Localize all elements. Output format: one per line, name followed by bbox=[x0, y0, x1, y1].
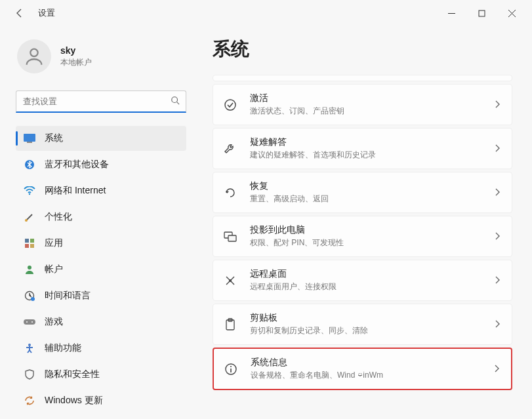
card-title: 剪贴板 bbox=[250, 312, 483, 324]
back-button[interactable] bbox=[13, 7, 26, 20]
svg-point-7 bbox=[25, 219, 28, 222]
nav-item-system[interactable]: 系统 bbox=[16, 126, 186, 151]
time-icon bbox=[24, 290, 35, 302]
recovery-icon bbox=[222, 185, 238, 201]
nav-item-privacy[interactable]: 隐私和安全性 bbox=[16, 362, 186, 387]
window-title: 设置 bbox=[38, 7, 55, 19]
wifi-icon bbox=[24, 185, 35, 197]
chevron-right-icon bbox=[495, 99, 500, 111]
nav-label: 蓝牙和其他设备 bbox=[45, 159, 109, 170]
update-icon bbox=[24, 395, 35, 407]
about-icon bbox=[223, 361, 239, 377]
nav-label: Windows 更新 bbox=[45, 395, 103, 407]
nav-item-personalization[interactable]: 个性化 bbox=[16, 205, 186, 229]
nav-item-accounts[interactable]: 帐户 bbox=[16, 257, 186, 282]
profile[interactable]: sky 本地帐户 bbox=[16, 39, 186, 73]
maximize-icon bbox=[478, 10, 485, 17]
brush-icon bbox=[24, 211, 35, 223]
card-sub: 设备规格、重命名电脑、WindမinWm bbox=[251, 370, 482, 381]
nav-item-time[interactable]: 时间和语言 bbox=[16, 283, 186, 308]
chevron-right-icon bbox=[494, 363, 499, 375]
svg-point-19 bbox=[225, 100, 235, 110]
nav-list: 系统 蓝牙和其他设备 网络和 Internet 个性化 应用 帐户 bbox=[16, 126, 186, 413]
svg-rect-8 bbox=[25, 239, 29, 243]
nav-label: 时间和语言 bbox=[45, 290, 91, 302]
sidebar: sky 本地帐户 系统 蓝牙和其他设备 网络和 Internet bbox=[0, 26, 197, 419]
card-sub: 权限、配对 PIN、可发现性 bbox=[250, 237, 483, 249]
person-icon bbox=[23, 45, 45, 68]
minimize-button[interactable] bbox=[436, 3, 466, 24]
chevron-right-icon bbox=[495, 275, 500, 287]
card-about[interactable]: 系统信息设备规格、重命名电脑、WindမinWm bbox=[213, 348, 512, 390]
avatar bbox=[17, 39, 51, 73]
card-activation[interactable]: 激活激活状态、订阅、产品密钥 bbox=[213, 84, 512, 125]
nav-label: 网络和 Internet bbox=[45, 185, 106, 197]
card-project[interactable]: 投影到此电脑权限、配对 PIN、可发现性 bbox=[213, 216, 512, 257]
card-title: 投影到此电脑 bbox=[250, 224, 483, 236]
svg-point-22 bbox=[229, 279, 232, 282]
svg-point-1 bbox=[30, 49, 37, 56]
nav-item-bluetooth[interactable]: 蓝牙和其他设备 bbox=[16, 152, 186, 177]
card-title: 系统信息 bbox=[251, 357, 482, 369]
nav-label: 应用 bbox=[45, 237, 63, 249]
page-title: 系统 bbox=[213, 37, 512, 62]
svg-point-17 bbox=[31, 321, 33, 323]
svg-rect-3 bbox=[24, 134, 35, 142]
nav-item-network[interactable]: 网络和 Internet bbox=[16, 178, 186, 203]
search-input[interactable] bbox=[16, 90, 186, 113]
card-sub: 剪切和复制历史记录、同步、清除 bbox=[250, 325, 483, 336]
card-title: 恢复 bbox=[250, 180, 483, 192]
profile-sub: 本地帐户 bbox=[60, 57, 92, 68]
close-button[interactable] bbox=[497, 3, 527, 24]
nav-label: 游戏 bbox=[45, 316, 63, 328]
maximize-button[interactable] bbox=[466, 3, 497, 24]
system-icon bbox=[24, 132, 35, 144]
nav-label: 辅助功能 bbox=[45, 342, 81, 354]
activation-icon bbox=[222, 97, 238, 113]
chevron-right-icon bbox=[495, 231, 500, 243]
card-peek[interactable] bbox=[213, 75, 512, 81]
card-title: 远程桌面 bbox=[250, 268, 483, 280]
account-icon bbox=[24, 264, 35, 275]
svg-point-14 bbox=[31, 297, 35, 301]
chevron-right-icon bbox=[495, 143, 500, 155]
chevron-right-icon bbox=[495, 187, 500, 199]
remote-icon bbox=[222, 273, 238, 289]
svg-point-18 bbox=[28, 344, 31, 346]
search-box[interactable] bbox=[16, 90, 186, 113]
card-troubleshoot[interactable]: 疑难解答建议的疑难解答、首选项和历史记录 bbox=[213, 128, 512, 169]
arrow-left-icon bbox=[14, 8, 25, 18]
svg-point-16 bbox=[26, 321, 28, 323]
close-icon bbox=[508, 10, 516, 17]
card-sub: 建议的疑难解答、首选项和历史记录 bbox=[250, 150, 483, 161]
card-clipboard[interactable]: 剪贴板剪切和复制历史记录、同步、清除 bbox=[213, 304, 512, 345]
nav-item-update[interactable]: Windows 更新 bbox=[16, 388, 186, 413]
svg-point-2 bbox=[172, 97, 178, 103]
card-sub: 远程桌面用户、连接权限 bbox=[250, 281, 483, 292]
profile-name: sky bbox=[60, 45, 92, 56]
nav-item-apps[interactable]: 应用 bbox=[16, 231, 186, 256]
svg-point-12 bbox=[28, 266, 31, 269]
svg-rect-21 bbox=[228, 235, 236, 241]
card-title: 疑难解答 bbox=[250, 136, 483, 148]
apps-icon bbox=[24, 237, 35, 249]
card-remote[interactable]: 远程桌面远程桌面用户、连接权限 bbox=[213, 260, 512, 301]
card-sub: 激活状态、订阅、产品密钥 bbox=[250, 106, 483, 117]
nav-item-accessibility[interactable]: 辅助功能 bbox=[16, 336, 186, 361]
privacy-icon bbox=[24, 369, 35, 380]
minimize-icon bbox=[448, 10, 455, 17]
nav-label: 个性化 bbox=[45, 211, 72, 223]
nav-label: 帐户 bbox=[45, 264, 63, 275]
card-title: 激活 bbox=[250, 92, 483, 104]
cards-list: 激活激活状态、订阅、产品密钥 疑难解答建议的疑难解答、首选项和历史记录 恢复重置… bbox=[213, 84, 512, 390]
svg-rect-10 bbox=[25, 244, 29, 248]
card-sub: 重置、高级启动、返回 bbox=[250, 193, 483, 205]
svg-rect-4 bbox=[27, 142, 32, 143]
svg-point-6 bbox=[29, 193, 30, 195]
gaming-icon bbox=[24, 316, 35, 328]
svg-point-26 bbox=[230, 366, 232, 367]
nav-item-gaming[interactable]: 游戏 bbox=[16, 309, 186, 334]
card-recovery[interactable]: 恢复重置、高级启动、返回 bbox=[213, 172, 512, 213]
titlebar: 设置 bbox=[0, 0, 532, 26]
nav-label: 隐私和安全性 bbox=[45, 369, 100, 380]
